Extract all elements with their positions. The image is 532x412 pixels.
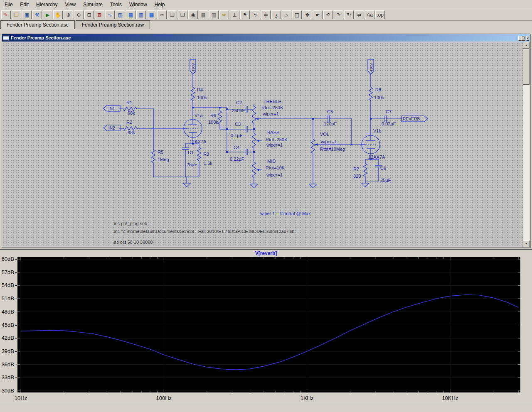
component-V1a[interactable] bbox=[184, 119, 202, 137]
label-c4[interactable]: C4 bbox=[234, 145, 239, 150]
label-r7[interactable]: R7 bbox=[353, 167, 359, 172]
label-100k[interactable]: 100k bbox=[197, 95, 207, 100]
menu-simulate[interactable]: Simulate bbox=[79, 1, 106, 8]
label-c5[interactable]: C5 bbox=[327, 109, 333, 114]
schematic-comment[interactable]: wiper 1 = Control @ Max bbox=[260, 211, 311, 216]
schematic-vscrollbar[interactable]: ▲ ▼ bbox=[523, 42, 530, 247]
tab-asc[interactable]: Fender Preamp Section.asc bbox=[0, 20, 75, 30]
maximize-button[interactable]: ❐ bbox=[521, 36, 525, 41]
scroll-up-icon[interactable]: ▲ bbox=[523, 42, 530, 49]
label-1-5k[interactable]: 1.5k bbox=[204, 161, 212, 166]
resistor-icon[interactable]: ϟ bbox=[251, 10, 260, 19]
component-R3[interactable] bbox=[197, 146, 201, 162]
save-icon[interactable]: ▣ bbox=[22, 10, 32, 19]
text-icon[interactable]: Aa bbox=[365, 10, 374, 19]
component-TREBLE-pot[interactable] bbox=[252, 104, 256, 125]
label-wiper-1[interactable]: wiper=1 bbox=[262, 111, 279, 116]
menu-tools[interactable]: Tools bbox=[106, 1, 126, 8]
label-820[interactable]: 820 bbox=[353, 174, 361, 179]
component-VOL-pot[interactable] bbox=[311, 137, 315, 155]
label-vol[interactable]: VOL bbox=[320, 132, 329, 137]
ground-symbol[interactable] bbox=[250, 184, 258, 188]
label-v1b[interactable]: V1b bbox=[373, 128, 382, 133]
label-0-1-f[interactable]: 0.1µF bbox=[231, 133, 243, 138]
inductor-icon[interactable]: ʒ bbox=[271, 10, 281, 19]
zoom-extents-icon[interactable]: ⊠ bbox=[95, 10, 104, 19]
label-wiper-1[interactable]: wiper=1 bbox=[320, 139, 337, 144]
label-wiper-1[interactable]: wiper=1 bbox=[266, 172, 283, 177]
label-r5[interactable]: R5 bbox=[158, 150, 163, 154]
cut-icon[interactable]: ✂ bbox=[157, 10, 167, 19]
paste-icon[interactable]: ❒ bbox=[178, 10, 187, 19]
spice-directive-2[interactable]: .ac oct 50 10 30000 bbox=[113, 240, 153, 245]
label-rtot-10meg[interactable]: Rtot=10Meg bbox=[320, 147, 345, 152]
menu-file[interactable]: File bbox=[1, 1, 16, 8]
net-label-icon[interactable]: ⚑ bbox=[240, 10, 250, 19]
component-R6[interactable] bbox=[218, 109, 222, 126]
label-r1[interactable]: R1 bbox=[126, 100, 132, 105]
cascade-windows-icon[interactable]: ▦ bbox=[147, 10, 156, 19]
waveform-plot[interactable] bbox=[17, 257, 520, 392]
drag-icon[interactable]: ☛ bbox=[313, 10, 323, 19]
menu-hierarchy[interactable]: Hierarchy bbox=[32, 1, 61, 8]
scroll-down-icon[interactable]: ▼ bbox=[523, 240, 530, 247]
component-BASS-pot[interactable] bbox=[252, 131, 256, 150]
minimize-button[interactable]: _ bbox=[518, 36, 521, 41]
label-c3[interactable]: C3 bbox=[235, 122, 241, 127]
component-MID-pot[interactable] bbox=[252, 160, 256, 179]
undo-icon[interactable]: ↶ bbox=[323, 10, 333, 19]
component-R7[interactable] bbox=[364, 162, 367, 178]
label-250pf[interactable]: 250pF bbox=[232, 108, 245, 113]
schematic-titlebar[interactable]: Fender Preamp Section.asc _❐× bbox=[2, 34, 530, 42]
ground-symbol[interactable] bbox=[362, 183, 369, 187]
mirror-icon[interactable]: ⇌ bbox=[355, 10, 364, 19]
close-button[interactable]: × bbox=[526, 36, 529, 41]
label-r2[interactable]: R2 bbox=[126, 120, 132, 125]
label-120pf[interactable]: 120pF bbox=[324, 121, 337, 126]
component-C3[interactable] bbox=[246, 126, 248, 132]
label-68k[interactable]: 68k bbox=[128, 110, 135, 115]
ground-icon[interactable]: ⊥ bbox=[230, 10, 239, 19]
rotate-icon[interactable]: ↻ bbox=[344, 10, 354, 19]
component-C4[interactable] bbox=[246, 149, 248, 155]
label-bass[interactable]: BASS bbox=[267, 130, 279, 135]
halt-icon[interactable]: ✋ bbox=[53, 10, 63, 19]
label-12ax7a[interactable]: 12AX7A bbox=[368, 154, 385, 159]
menu-view[interactable]: View bbox=[61, 1, 79, 8]
menu-help[interactable]: Help bbox=[151, 1, 169, 8]
flag-reverb[interactable]: REVERB bbox=[401, 116, 428, 122]
spice-directive-0[interactable]: .inc pot_plog.sub bbox=[113, 221, 147, 226]
find-icon[interactable]: ◉ bbox=[188, 10, 198, 19]
component-C1[interactable] bbox=[182, 148, 189, 150]
scroll-thumb[interactable] bbox=[523, 49, 530, 85]
label-r8[interactable]: R8 bbox=[375, 87, 381, 92]
label-r6[interactable]: R6 bbox=[210, 113, 216, 118]
label-12ax7a[interactable]: 12AX7A bbox=[190, 139, 207, 144]
label-100k[interactable]: 100k bbox=[374, 95, 384, 100]
schematic-canvas[interactable]: IN1IN2REVERB410V410VR168kR268kR4100kR51M… bbox=[2, 42, 523, 247]
zoom-out-icon[interactable]: ⊖ bbox=[74, 10, 84, 19]
autorange-y-icon[interactable]: ∿ bbox=[105, 10, 115, 19]
wire-icon[interactable]: ✏ bbox=[219, 10, 229, 19]
spice-directive-1[interactable]: .inc "Z:\home\default\Documents\School -… bbox=[113, 229, 296, 234]
flag-in1[interactable]: IN1 bbox=[103, 105, 120, 111]
diode-icon[interactable]: ▷ bbox=[282, 10, 291, 19]
tile-vertical-icon[interactable]: ▥ bbox=[136, 10, 146, 19]
label-25-f[interactable]: 25µF bbox=[380, 178, 391, 183]
label-rtot-10k[interactable]: Rtot=10K bbox=[266, 165, 285, 170]
trace-label[interactable]: V[reverb] bbox=[255, 250, 277, 256]
label-0-22-f[interactable]: 0.22µF bbox=[230, 157, 244, 162]
redo-icon[interactable]: ↷ bbox=[334, 10, 343, 19]
label-rtot-250k[interactable]: Rtot=250K bbox=[261, 105, 283, 110]
run-icon[interactable]: ▶ bbox=[43, 10, 52, 19]
new-schematic-icon[interactable]: ✎ bbox=[1, 10, 11, 19]
label-c1[interactable]: C1 bbox=[188, 150, 194, 155]
open-icon[interactable]: ❐ bbox=[12, 10, 21, 19]
label-c7[interactable]: C7 bbox=[386, 109, 392, 114]
label-68k[interactable]: 68k bbox=[128, 130, 135, 135]
ground-symbol[interactable] bbox=[183, 183, 190, 187]
label-mid[interactable]: MID bbox=[267, 159, 276, 164]
label-0-02-f[interactable]: 0.02µF bbox=[382, 121, 396, 126]
tile-horizontal-icon[interactable]: ▤ bbox=[126, 10, 135, 19]
spice-directive-icon[interactable]: .op bbox=[375, 10, 385, 19]
